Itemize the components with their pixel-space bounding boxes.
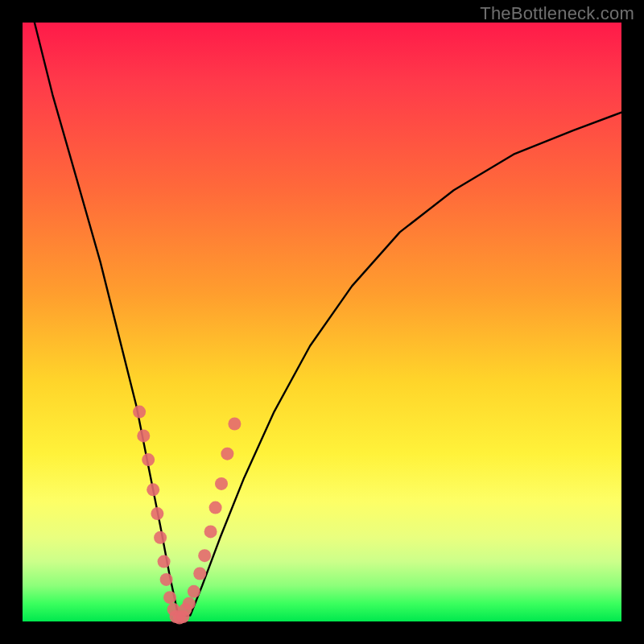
data-marker — [204, 525, 217, 538]
data-marker — [176, 610, 189, 623]
data-marker — [147, 483, 159, 496]
data-marker — [198, 549, 211, 562]
chart-frame: TheBottleneck.com — [0, 0, 644, 644]
data-marker — [221, 448, 233, 460]
data-marker — [158, 555, 171, 568]
data-marker — [163, 591, 176, 604]
plot-area — [23, 23, 621, 621]
data-marker — [228, 418, 241, 431]
data-marker — [160, 573, 173, 586]
bottleneck-curve — [35, 23, 621, 616]
data-marker — [193, 568, 206, 580]
data-marker — [142, 453, 155, 466]
curve-svg — [23, 23, 621, 621]
data-marker — [137, 429, 150, 442]
watermark-text: TheBottleneck.com — [480, 3, 634, 24]
data-marker — [151, 507, 163, 520]
data-marker — [133, 406, 146, 419]
marker-group — [133, 406, 241, 625]
data-marker — [209, 502, 222, 514]
data-marker — [215, 477, 228, 490]
data-marker — [188, 585, 200, 598]
data-marker — [183, 597, 196, 610]
data-marker — [154, 531, 167, 544]
